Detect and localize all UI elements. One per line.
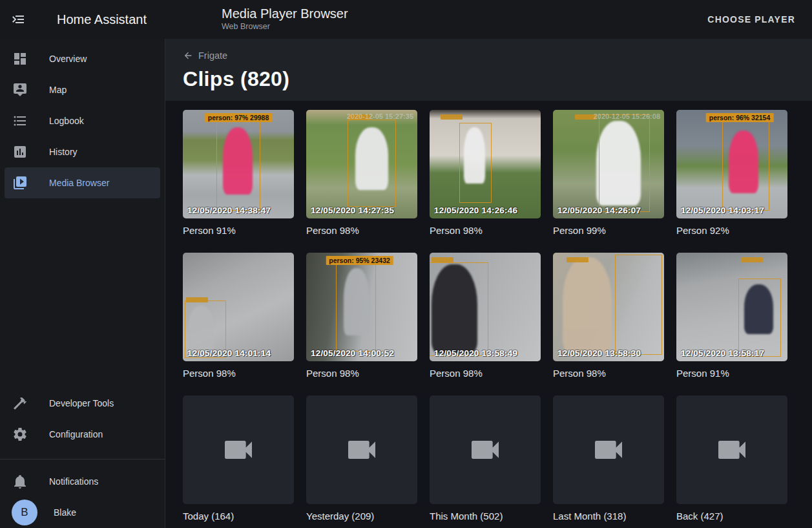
- camera-osd-timestamp: 2020-12-05 15:27:35: [347, 112, 413, 120]
- page-title-block: Media Player Browser Web Browser: [222, 6, 348, 32]
- page-heading: Clips (820): [183, 67, 812, 91]
- clip-thumbnail[interactable]: person: 96% 32154 12/05/2020 14:03:17: [676, 110, 787, 218]
- clip-thumbnail[interactable]: person: 95% 23432 12/05/2020 14:00:52: [306, 253, 417, 361]
- folder-item[interactable]: Yesterday (209): [306, 396, 417, 523]
- clip-caption: Person 98%: [430, 367, 541, 380]
- folder-card[interactable]: [430, 396, 541, 504]
- clip-item[interactable]: 2020-12-05 15:26:08 12/05/2020 14:26:07 …: [553, 110, 664, 237]
- bell-icon: [12, 474, 28, 489]
- clip-thumbnail[interactable]: 12/05/2020 13:58:17: [676, 253, 787, 361]
- folder-label: Today (164): [183, 510, 294, 523]
- clip-thumbnail[interactable]: 12/05/2020 14:01:14: [183, 253, 294, 361]
- folder-card[interactable]: [183, 396, 294, 504]
- media-grid: person: 97% 29988 12/05/2020 14:38:47 Pe…: [165, 101, 812, 528]
- sidebar-toggle-button[interactable]: [0, 0, 36, 39]
- folder-label: Last Month (318): [553, 510, 664, 523]
- clip-item[interactable]: 12/05/2020 13:58:30 Person 98%: [553, 253, 664, 380]
- clip-item[interactable]: person: 97% 29988 12/05/2020 14:38:47 Pe…: [183, 110, 294, 237]
- detection-bounding-box: [459, 123, 492, 203]
- clip-timestamp: 12/05/2020 14:27:35: [311, 206, 394, 215]
- videocam-icon: [714, 432, 750, 468]
- breadcrumb-back-link[interactable]: Frigate: [183, 50, 227, 61]
- detection-label-chip-small: [741, 257, 763, 262]
- clip-thumbnail[interactable]: 2020-12-05 15:26:08 12/05/2020 14:26:07: [553, 110, 664, 218]
- clip-timestamp: 12/05/2020 14:00:52: [311, 348, 394, 358]
- folder-card[interactable]: [676, 396, 787, 504]
- clip-timestamp: 12/05/2020 14:38:47: [187, 206, 271, 215]
- clip-thumbnail[interactable]: 12/05/2020 13:58:30: [553, 253, 664, 361]
- folder-item[interactable]: Back (427): [676, 396, 787, 523]
- detection-bounding-box: [348, 120, 397, 206]
- clip-caption: Person 98%: [430, 224, 541, 237]
- clip-item[interactable]: person: 95% 23432 12/05/2020 14:00:52 Pe…: [306, 253, 417, 380]
- detection-bounding-box: [738, 279, 780, 357]
- clip-thumbnail[interactable]: 12/05/2020 13:58:49: [430, 253, 541, 361]
- sidebar-item-user[interactable]: B Blake: [5, 497, 160, 528]
- folder-card[interactable]: [553, 396, 664, 504]
- folder-label: Yesterday (209): [306, 510, 417, 523]
- clip-thumbnail[interactable]: 2020-12-05 15:27:35 12/05/2020 14:27:35: [306, 110, 417, 218]
- detection-bounding-box: [722, 120, 770, 211]
- videocam-icon: [590, 432, 627, 468]
- clip-timestamp: 12/05/2020 13:58:30: [557, 348, 641, 358]
- folder-card[interactable]: [306, 396, 417, 504]
- clip-timestamp: 12/05/2020 13:58:49: [434, 348, 517, 358]
- clip-timestamp: 12/05/2020 14:01:14: [187, 348, 271, 358]
- sidebar-item-logbook[interactable]: Logbook: [5, 105, 160, 136]
- sidebar-item-label: Developer Tools: [49, 398, 114, 408]
- clip-item[interactable]: 12/05/2020 13:58:17 Person 91%: [676, 253, 787, 380]
- arrow-left-icon: [183, 50, 193, 61]
- folder-item[interactable]: Last Month (318): [553, 396, 664, 523]
- menu-open-icon: [10, 12, 26, 27]
- clip-item[interactable]: 2020-12-05 15:27:35 12/05/2020 14:27:35 …: [306, 110, 417, 237]
- clip-item[interactable]: 12/05/2020 14:26:46 Person 98%: [430, 110, 541, 237]
- detection-label-chip: person: 97% 29988: [205, 113, 273, 122]
- sidebar-item-history[interactable]: History: [5, 136, 160, 167]
- clip-thumbnail[interactable]: 12/05/2020 14:26:46: [430, 110, 541, 218]
- sidebar-item-label: Notifications: [49, 476, 98, 487]
- clip-caption: Person 92%: [676, 224, 787, 237]
- clip-item[interactable]: person: 96% 32154 12/05/2020 14:03:17 Pe…: [676, 110, 787, 237]
- sidebar-item-map[interactable]: Map: [5, 74, 160, 105]
- sidebar-item-developer-tools[interactable]: Developer Tools: [5, 388, 160, 419]
- sidebar-item-notifications[interactable]: Notifications: [5, 466, 160, 497]
- clip-thumbnail[interactable]: person: 97% 29988 12/05/2020 14:38:47: [183, 110, 294, 218]
- clip-timestamp: 12/05/2020 14:03:17: [681, 206, 764, 215]
- detection-label-chip-small: [441, 114, 463, 120]
- clip-caption: Person 98%: [306, 224, 417, 237]
- page-subtitle: Web Browser: [222, 21, 348, 32]
- choose-player-button[interactable]: CHOOSE PLAYER: [702, 9, 800, 30]
- sidebar-item-label: Overview: [49, 54, 87, 64]
- sidebar-item-label: Map: [49, 85, 67, 95]
- detection-label-chip-small: [567, 257, 588, 262]
- tooltip-account-icon: [12, 82, 28, 98]
- media-content: person: 97% 29988 12/05/2020 14:38:47 Pe…: [165, 101, 812, 528]
- sidebar-item-media-browser[interactable]: Media Browser: [5, 167, 160, 198]
- breadcrumb-label: Frigate: [198, 50, 227, 61]
- folder-item[interactable]: This Month (502): [430, 396, 541, 523]
- detection-label-chip: person: 96% 32154: [706, 113, 774, 122]
- sidebar-item-overview[interactable]: Overview: [5, 43, 160, 74]
- sidebar-item-label: Configuration: [49, 429, 103, 439]
- sidebar-item-label: Media Browser: [49, 178, 109, 188]
- detection-bounding-box: [615, 255, 661, 355]
- user-name-label: Blake: [54, 507, 76, 518]
- view-dashboard-icon: [12, 51, 28, 67]
- sidebar: Overview Map Logbook History: [0, 39, 165, 528]
- sidebar-spacer: [0, 198, 165, 388]
- clip-timestamp: 12/05/2020 14:26:46: [434, 206, 517, 215]
- sidebar-item-label: History: [49, 147, 78, 157]
- clip-item[interactable]: 12/05/2020 13:58:49 Person 98%: [430, 253, 541, 380]
- detection-bounding-box: [216, 118, 261, 211]
- clip-item[interactable]: 12/05/2020 14:01:14 Person 98%: [183, 253, 294, 380]
- main-panel: Frigate Clips (820) person: 97% 29988 12…: [165, 39, 812, 528]
- videocam-icon: [220, 432, 256, 468]
- clip-caption: Person 91%: [183, 224, 294, 237]
- avatar: B: [12, 500, 37, 525]
- clip-caption: Person 98%: [553, 367, 664, 380]
- folder-item[interactable]: Today (164): [183, 396, 294, 523]
- sidebar-item-configuration[interactable]: Configuration: [5, 419, 160, 450]
- gear-icon: [12, 427, 28, 442]
- videocam-icon: [467, 432, 503, 468]
- app-window: Home Assistant Media Player Browser Web …: [0, 0, 812, 528]
